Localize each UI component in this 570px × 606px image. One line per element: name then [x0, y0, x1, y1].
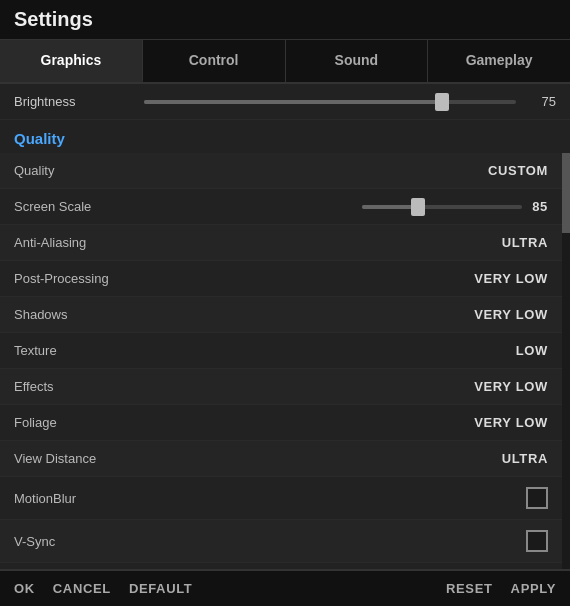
ok-button[interactable]: OK: [14, 581, 35, 596]
settings-list: QualityCUSTOMScreen Scale85Anti-Aliasing…: [0, 153, 562, 569]
setting-name: Anti-Aliasing: [14, 235, 502, 250]
setting-value: VERY LOW: [474, 415, 548, 430]
setting-row: ShadowsVERY LOW: [0, 297, 562, 333]
content-area: Brightness 75 Quality QualityCUSTOMScree…: [0, 84, 570, 569]
brightness-row: Brightness 75: [0, 84, 570, 120]
setting-value: CUSTOM: [488, 163, 548, 178]
tab-gameplay[interactable]: Gameplay: [428, 40, 570, 82]
setting-name: Screen Scale: [14, 199, 362, 214]
setting-row: FoliageVERY LOW: [0, 405, 562, 441]
setting-name: View Distance: [14, 451, 502, 466]
slider-thumb[interactable]: [411, 198, 425, 216]
brightness-slider-thumb[interactable]: [435, 93, 449, 111]
footer-bar: OK CANCEL DEFAULT RESET APPLY: [0, 569, 570, 606]
setting-name: Shadows: [14, 307, 474, 322]
setting-row: View DistanceULTRA: [0, 441, 562, 477]
tabs-bar: Graphics Control Sound Gameplay: [0, 40, 570, 84]
setting-name: Post-Processing: [14, 271, 474, 286]
setting-value: 85: [532, 199, 548, 214]
brightness-slider-fill: [144, 100, 442, 104]
setting-row: MotionBlur: [0, 477, 562, 520]
settings-scrollable: QualityCUSTOMScreen Scale85Anti-Aliasing…: [0, 153, 570, 569]
setting-row: Anti-AliasingULTRA: [0, 225, 562, 261]
setting-value: VERY LOW: [474, 307, 548, 322]
setting-row: QualityCUSTOM: [0, 153, 562, 189]
setting-value: VERY LOW: [474, 379, 548, 394]
screen-scale-slider[interactable]: [362, 205, 522, 209]
setting-value: VERY LOW: [474, 271, 548, 286]
footer-right-actions: RESET APPLY: [446, 581, 556, 596]
setting-checkbox[interactable]: [526, 530, 548, 552]
setting-name: MotionBlur: [14, 491, 526, 506]
quality-section-label: Quality: [0, 120, 570, 153]
setting-row: TextureLOW: [0, 333, 562, 369]
setting-name: Texture: [14, 343, 516, 358]
scrollbar-thumb[interactable]: [562, 153, 570, 233]
settings-window: Settings Graphics Control Sound Gameplay…: [0, 0, 570, 606]
setting-row: V-Sync: [0, 520, 562, 563]
tab-control[interactable]: Control: [143, 40, 286, 82]
setting-row: Post-ProcessingVERY LOW: [0, 261, 562, 297]
brightness-label: Brightness: [14, 94, 134, 109]
setting-checkbox[interactable]: [526, 487, 548, 509]
brightness-value: 75: [526, 94, 556, 109]
apply-button[interactable]: APPLY: [511, 581, 556, 596]
setting-value: ULTRA: [502, 451, 548, 466]
scrollbar-track[interactable]: [562, 153, 570, 569]
tab-sound[interactable]: Sound: [286, 40, 429, 82]
setting-name: Quality: [14, 163, 488, 178]
window-title: Settings: [14, 8, 93, 30]
setting-row: EffectsVERY LOW: [0, 369, 562, 405]
setting-value: LOW: [516, 343, 548, 358]
setting-row: Screen Scale85: [0, 189, 562, 225]
footer-left-actions: OK CANCEL DEFAULT: [14, 581, 446, 596]
slider-fill: [362, 205, 418, 209]
reset-button[interactable]: RESET: [446, 581, 493, 596]
cancel-button[interactable]: CANCEL: [53, 581, 111, 596]
title-bar: Settings: [0, 0, 570, 40]
tab-graphics[interactable]: Graphics: [0, 40, 143, 82]
brightness-slider-track[interactable]: [144, 100, 516, 104]
setting-name: Effects: [14, 379, 474, 394]
default-button[interactable]: DEFAULT: [129, 581, 193, 596]
setting-name: V-Sync: [14, 534, 526, 549]
setting-value: ULTRA: [502, 235, 548, 250]
setting-name: Foliage: [14, 415, 474, 430]
